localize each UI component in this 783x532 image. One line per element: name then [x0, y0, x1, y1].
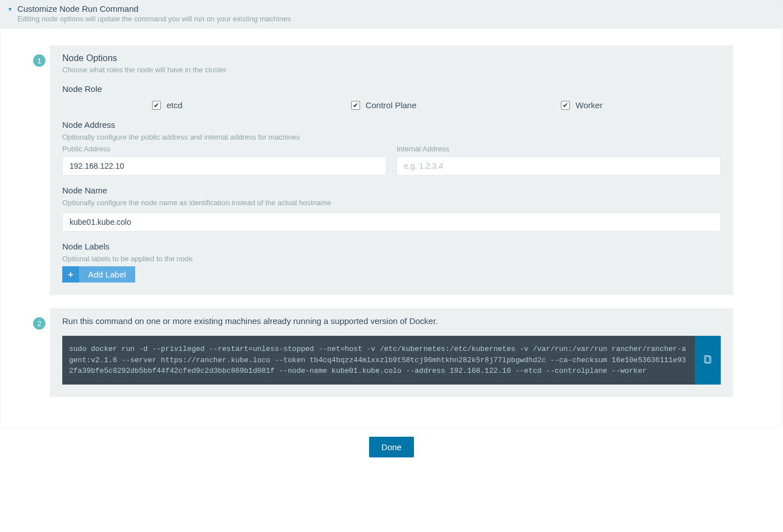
- node-role-row: ✔ etcd ✔ Control Plane ✔ Worker: [62, 100, 721, 110]
- node-labels-title: Node Labels: [62, 242, 721, 251]
- role-etcd-label: etcd: [167, 100, 182, 110]
- node-name-input[interactable]: [62, 212, 721, 232]
- step-2-badge: 2: [33, 317, 45, 330]
- customize-node-panel: ▼ Customize Node Run Command Editing nod…: [0, 0, 783, 428]
- step-1-badge: 1: [33, 54, 45, 67]
- plus-icon: +: [62, 266, 79, 283]
- footer: Done: [0, 428, 783, 473]
- add-label-text: Add Label: [79, 266, 135, 283]
- internal-address-input[interactable]: [397, 156, 721, 175]
- node-address-title: Node Address: [62, 120, 721, 129]
- checkbox-worker[interactable]: ✔: [561, 101, 570, 110]
- node-role-label: Node Role: [62, 84, 721, 94]
- public-address-label: Public Address: [62, 145, 386, 153]
- node-name-subtitle: Optionally configure the node name as id…: [62, 198, 721, 207]
- public-address-input[interactable]: [62, 156, 386, 175]
- node-options-subtitle: Choose what roles the node will have in …: [62, 66, 721, 74]
- checkbox-control-plane[interactable]: ✔: [351, 101, 360, 110]
- role-worker[interactable]: ✔ Worker: [510, 100, 721, 110]
- command-text[interactable]: sudo docker run -d --privileged --restar…: [62, 336, 695, 385]
- node-name-title: Node Name: [62, 186, 721, 195]
- node-labels-subtitle: Optional labels to be applied to the nod…: [62, 255, 721, 263]
- add-label-button[interactable]: + Add Label: [62, 266, 135, 283]
- step-1-box: 1 Node Options Choose what roles the nod…: [50, 45, 733, 295]
- clipboard-icon: [703, 355, 713, 365]
- collapse-toggle-icon[interactable]: ▼: [7, 4, 13, 12]
- role-etcd[interactable]: ✔ etcd: [62, 100, 312, 110]
- step-2-title: Run this command on one or more existing…: [62, 316, 721, 326]
- node-address-subtitle: Optionally configure the public address …: [62, 133, 721, 141]
- role-control-plane-label: Control Plane: [366, 100, 417, 110]
- internal-address-label: Internal Address: [397, 145, 721, 153]
- panel-body: 1 Node Options Choose what roles the nod…: [1, 29, 782, 427]
- node-options-title: Node Options: [62, 53, 721, 63]
- step-2-box: 2 Run this command on one or more existi…: [50, 308, 733, 397]
- copy-button[interactable]: [695, 336, 721, 385]
- panel-header: ▼ Customize Node Run Command Editing nod…: [1, 1, 782, 29]
- done-button[interactable]: Done: [369, 437, 414, 457]
- panel-subtitle: Editing node options will update the com…: [17, 15, 291, 23]
- panel-title: Customize Node Run Command: [17, 4, 291, 13]
- checkbox-etcd[interactable]: ✔: [152, 101, 161, 110]
- command-row: sudo docker run -d --privileged --restar…: [62, 336, 721, 385]
- role-worker-label: Worker: [575, 100, 602, 110]
- role-control-plane[interactable]: ✔ Control Plane: [312, 100, 511, 110]
